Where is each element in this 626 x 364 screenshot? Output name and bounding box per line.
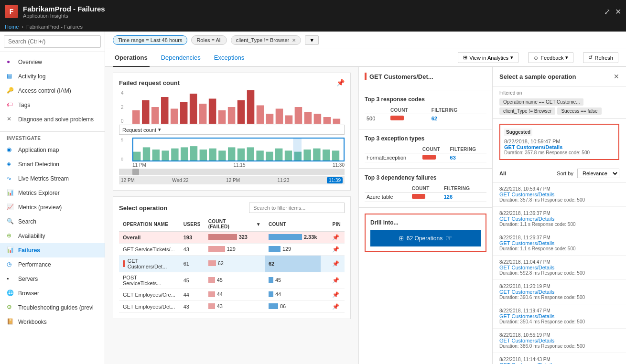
filter-pill-op-name[interactable]: Operation name == GET Custome... — [499, 98, 583, 106]
pin-tickets-icon[interactable]: 📌 — [332, 246, 339, 253]
op-pin-customers[interactable]: 📌 — [328, 256, 345, 272]
sidebar-item-app-map[interactable]: ◉ Application map — [0, 143, 105, 157]
filter-client-type[interactable]: client_Type != Browser ✕ — [231, 35, 302, 45]
exception-row-format[interactable]: FormatException 63 — [365, 153, 486, 162]
split-view: Failed request count 📌 4 2 0 — [105, 67, 626, 364]
sample-item[interactable]: 8/22/2018, 11:04:47 PM GET Customers/Det… — [493, 256, 626, 280]
filter-time-range[interactable]: Time range = Last 48 hours — [113, 35, 187, 45]
sidebar-item-browser[interactable]: 🌐 Browser — [0, 286, 105, 300]
pin-customers-icon[interactable]: 📌 — [332, 260, 339, 267]
drill-operations-button[interactable]: ⊞ 62 Operations ☞ — [370, 230, 481, 246]
filter-funnel-button[interactable]: ▼ — [305, 35, 319, 45]
chart-type-dropdown[interactable]: Request count ▾ — [119, 125, 345, 135]
sidebar-item-metrics-preview[interactable]: 📈 Metrics (preview) — [0, 200, 105, 214]
breadcrumb-home[interactable]: Home — [5, 24, 19, 30]
col-sort[interactable]: ▼ — [252, 217, 265, 232]
sidebar-item-search[interactable]: 🔍 Search — [0, 214, 105, 229]
table-row[interactable]: GET Customers/Det... 61 62 — [119, 256, 345, 272]
feedback-button[interactable]: ☺ Feedback ▾ — [528, 52, 574, 63]
far-right-close-button[interactable]: ✕ — [614, 73, 619, 80]
op-pin-tickets[interactable]: 📌 — [328, 244, 345, 256]
svg-rect-31 — [218, 150, 226, 161]
op-count-emp-det: 86 — [265, 301, 321, 313]
filter-pill-client-type[interactable]: client_Type != Browser — [499, 107, 555, 115]
op-pin-overall[interactable]: 📌 — [328, 232, 345, 244]
table-row[interactable]: GET ServiceTickets/... 43 129 — [119, 244, 345, 256]
op-count-post: 45 — [265, 272, 321, 289]
sidebar-item-workbooks[interactable]: 📔 Workbooks — [0, 315, 105, 329]
pin-chart-icon[interactable]: 📌 — [336, 79, 345, 86]
table-row[interactable]: POST ServiceTickets... 45 45 — [119, 272, 345, 289]
refresh-button[interactable]: ↺ Refresh — [583, 52, 618, 63]
dependency-row-azure[interactable]: Azure table 126 — [365, 193, 486, 202]
response-row-500[interactable]: 500 62 — [365, 114, 486, 123]
sidebar-item-diagnose[interactable]: ✕ Diagnose and solve problems — [0, 112, 105, 127]
sort-all-label: All — [499, 171, 506, 176]
sample-item[interactable]: 8/22/2018, 11:20:19 PM GET Customers/Det… — [493, 280, 626, 304]
svg-rect-40 — [303, 150, 311, 161]
op-pin-post[interactable]: 📌 — [328, 272, 345, 289]
view-analytics-button[interactable]: ⊞ View in Analytics ▾ — [458, 52, 518, 63]
op-failed-post: 45 — [205, 272, 252, 289]
y-label-0: 0 — [121, 118, 124, 124]
dep-count-value[interactable]: 126 — [444, 194, 453, 200]
tab-dependencies[interactable]: Dependencies — [159, 49, 203, 67]
pin-emp-cre-icon[interactable]: 📌 — [332, 291, 339, 298]
sidebar-item-metrics-explorer[interactable]: 📊 Metrics Explorer — [0, 186, 105, 200]
pin-overall-icon[interactable]: 📌 — [332, 234, 339, 241]
sample-item[interactable]: 8/22/2018, 11:14:43 PM GET Customers/Det… — [493, 353, 626, 364]
sidebar-item-failures[interactable]: 📊 Failures — [0, 243, 105, 257]
sidebar-item-servers[interactable]: ▪ Servers — [0, 272, 105, 286]
maximize-button[interactable]: ⤢ — [604, 7, 610, 16]
sidebar-item-performance[interactable]: ◷ Performance — [0, 257, 105, 272]
exc-count-value[interactable]: 63 — [450, 155, 456, 161]
pin-emp-det-icon[interactable]: 📌 — [332, 303, 339, 310]
sidebar-item-availability[interactable]: ⊕ Availability — [0, 229, 105, 243]
table-row[interactable]: GET Employees/Cre... 44 44 — [119, 289, 345, 301]
timeline-scrollbar[interactable] — [119, 169, 345, 175]
sort-select[interactable]: Relevance Duration Timestamp — [577, 169, 619, 178]
sidebar-item-overview[interactable]: ● Overview — [0, 55, 105, 69]
filter-roles[interactable]: Roles = All — [191, 35, 227, 45]
filter-client-type-close[interactable]: ✕ — [292, 38, 296, 43]
suggested-entry: 8/22/2018, 10:59:47 PM GET Customers/Det… — [504, 139, 615, 155]
svg-rect-37 — [275, 149, 282, 161]
operations-search-input[interactable] — [249, 203, 345, 213]
sidebar-item-live-metrics[interactable]: ∿ Live Metrics Stream — [0, 171, 105, 186]
sidebar-item-tags[interactable]: 🏷 Tags — [0, 98, 105, 112]
table-row[interactable]: GET Employees/Det... 43 43 — [119, 301, 345, 313]
close-window-button[interactable]: ✕ — [615, 7, 621, 16]
grid-icon: ⊞ — [463, 54, 467, 61]
sidebar-item-activity-log[interactable]: ▤ Activity log — [0, 69, 105, 84]
main-layout: ● Overview ▤ Activity log 🔑 Access contr… — [0, 32, 626, 364]
exc-count-format: 63 — [448, 153, 486, 162]
select-operation-title: Select operation — [119, 204, 167, 212]
tab-exceptions[interactable]: Exceptions — [212, 49, 247, 67]
sidebar-item-troubleshooting[interactable]: ⚙ Troubleshooting guides (previ — [0, 300, 105, 315]
op-red-marker — [365, 73, 367, 80]
op-pin-emp-cre[interactable]: 📌 — [328, 289, 345, 301]
svg-rect-16 — [285, 116, 293, 124]
suggested-time: 8/22/2018, 10:59:47 PM — [504, 139, 615, 144]
sample-item[interactable]: 8/22/2018, 11:36:37 PM GET Customers/Det… — [493, 207, 626, 231]
filter-pill-success[interactable]: Success == false — [557, 107, 601, 115]
app-title: FabrikamProd - Failures Application Insi… — [23, 5, 105, 19]
op-empty-tickets — [321, 244, 328, 256]
sample-item[interactable]: 8/22/2018, 11:26:37 PM GET Customers/Det… — [493, 231, 626, 256]
tab-operations[interactable]: Operations — [113, 49, 150, 67]
sample-item[interactable]: 8/22/2018, 10:59:47 PM GET Customers/Det… — [493, 182, 626, 207]
svg-rect-38 — [285, 150, 292, 161]
pin-post-icon[interactable]: 📌 — [332, 277, 339, 284]
search-input[interactable] — [4, 35, 101, 48]
table-row[interactable]: Overall 193 323 — [119, 232, 345, 244]
sample-item[interactable]: 8/22/2018, 10:55:19 PM GET Customers/Det… — [493, 329, 626, 353]
op-pin-emp-det[interactable]: 📌 — [328, 301, 345, 313]
sample-item[interactable]: 8/22/2018, 11:19:47 PM GET Customers/Det… — [493, 304, 626, 329]
response-count-value[interactable]: 62 — [432, 116, 437, 121]
timeline-scroll-handle[interactable] — [132, 169, 139, 175]
dropdown-arrow-icon: ▾ — [510, 54, 513, 61]
op-users-emp-cre: 44 — [180, 289, 205, 301]
sidebar-item-smart-detection[interactable]: ◈ Smart Detection — [0, 157, 105, 171]
suggested-box[interactable]: Suggested 8/22/2018, 10:59:47 PM GET Cus… — [499, 124, 619, 160]
sidebar-item-access-control[interactable]: 🔑 Access control (IAM) — [0, 84, 105, 98]
